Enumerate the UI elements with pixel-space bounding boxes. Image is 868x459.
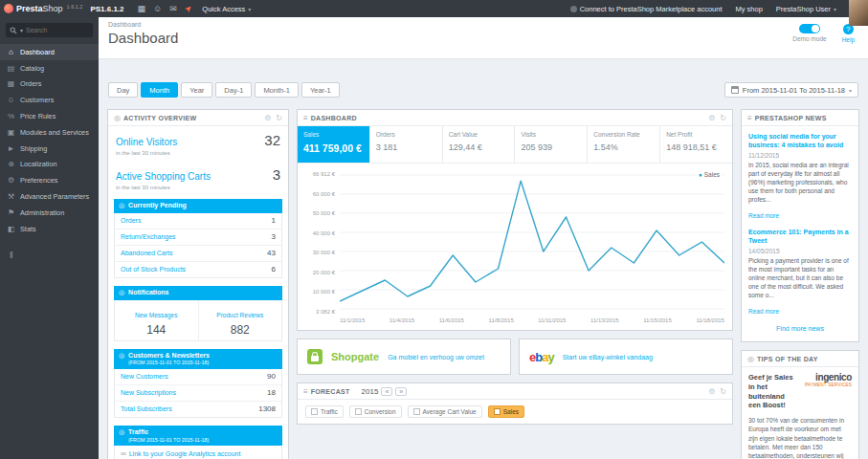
my-shop-link[interactable]: My shop: [736, 5, 763, 13]
active-carts-link[interactable]: Active Shopping Carts: [116, 171, 211, 182]
target-icon: ◎: [119, 428, 124, 436]
checkbox-icon: [413, 408, 420, 415]
filter-year-button[interactable]: Year: [181, 82, 212, 98]
caret-down-icon: ▾: [834, 6, 836, 12]
kpi-sales[interactable]: Sales411 759,00 €: [298, 126, 370, 163]
out-of-stock-value: 6: [272, 265, 276, 273]
search-input[interactable]: [26, 27, 81, 33]
read-more-link[interactable]: Read more: [748, 308, 779, 315]
activity-overview-title: ACTIVITY OVERVIEW: [123, 115, 196, 121]
new-subscriptions-link[interactable]: New Subscriptions: [121, 389, 176, 396]
sidebar-item-label: Localization: [20, 160, 57, 168]
gear-icon[interactable]: ⚙: [264, 114, 271, 122]
main-content: Dashboard Dashboard Demo mode ? Help Day…: [99, 17, 868, 459]
filter-month-button[interactable]: Month: [141, 82, 178, 98]
user-menu[interactable]: PrestaShop User ▾: [776, 5, 836, 13]
rocket-icon[interactable]: ➤: [182, 3, 193, 14]
x-tick-label: 11/18/2015: [696, 317, 724, 323]
new-messages-link[interactable]: New Messages: [135, 312, 177, 318]
sidebar-item-orders[interactable]: ▦Orders: [0, 76, 99, 93]
pending-returns-link[interactable]: Return/Exchanges: [121, 233, 176, 240]
kpi-conversion-rate[interactable]: Conversion Rate1.54%: [588, 126, 660, 163]
sidebar-item-localization[interactable]: ⊕Localization: [0, 157, 99, 173]
filter-day-button[interactable]: Day: [108, 82, 138, 98]
forecast-legend: Traffic Conversion Average Cart Value Sa…: [298, 400, 732, 424]
administration-icon: ⚑: [7, 208, 15, 217]
kpi-net-profit[interactable]: Net Profit148 918,51 €: [660, 126, 732, 163]
page-title: Dashboard: [108, 30, 858, 46]
news-item-title-link[interactable]: Ecommerce 101: Payments in a Tweet: [748, 228, 852, 245]
google-analytics-link[interactable]: Link to your Google Analytics account: [129, 450, 241, 457]
kpi-cart-value[interactable]: Cart Value129,44 €: [443, 126, 516, 163]
sidebar-item-catalog[interactable]: ▤Catalog: [0, 60, 99, 76]
abandoned-carts-link[interactable]: Abandoned Carts: [121, 250, 172, 256]
forecast-prev-button[interactable]: «: [381, 387, 392, 396]
sales-chart-xlabels: 11/1/201511/4/201511/6/201511/8/201511/1…: [340, 317, 724, 323]
marketplace-label: Connect to PrestaShop Marketplace accoun…: [580, 5, 723, 13]
orders-notification-icon[interactable]: ▦: [138, 4, 146, 13]
sidebar-search[interactable]: ▾: [6, 23, 93, 37]
quick-access-menu[interactable]: Quick Access ▾: [202, 5, 251, 13]
sidebar-item-shipping[interactable]: ►Shipping: [0, 141, 99, 157]
prestashop-logo[interactable]: PrestaShop 1.6.1.2: [4, 4, 82, 13]
sidebar-item-administration[interactable]: ⚑Administration: [0, 205, 99, 221]
sidebar-item-price-rules[interactable]: %Price Rules: [0, 108, 99, 124]
x-tick-label: 11/11/2015: [538, 317, 566, 323]
forecast-legend-conversion[interactable]: Conversion: [349, 405, 402, 418]
tips-headline: Geef je Sales in het buitenland een Boos…: [748, 373, 797, 410]
forecast-legend-traffic[interactable]: Traffic: [305, 405, 344, 418]
forecast-panel-icon: ≡: [303, 387, 308, 396]
sales-legend-label: Sales: [704, 171, 720, 178]
shop-name-menu[interactable]: PS1.6.1.2: [90, 5, 123, 13]
sidebar-item-modules-and-services[interactable]: ▣Modules and Services: [0, 124, 99, 141]
demo-mode-toggle[interactable]: [799, 24, 820, 33]
kpi-orders[interactable]: Orders3 181: [370, 126, 443, 163]
customers-notification-icon[interactable]: ☺: [153, 4, 162, 13]
date-range-picker[interactable]: From 2015-11-01 To 2015-11-18 ▾: [724, 82, 858, 98]
shopgate-promo[interactable]: Shopgate Ga mobiel en verhoog uw omzet: [297, 339, 511, 375]
find-more-news-link[interactable]: Find more news: [748, 323, 852, 339]
sidebar-item-dashboard[interactable]: ⌂Dashboard: [0, 44, 99, 60]
filter-year-1-button[interactable]: Year-1: [301, 82, 340, 98]
sales-chart-plot: ● Sales: [340, 171, 724, 315]
traffic-row: ∞Link to your Google Analytics account: [115, 446, 281, 459]
kpi-visits[interactable]: Visits205 939: [515, 126, 588, 163]
sidebar-item-customers[interactable]: ☺Customers: [0, 92, 99, 108]
shopgate-link[interactable]: Ga mobiel en verhoog uw omzet: [388, 354, 484, 361]
y-tick-label: 3 082 €: [305, 309, 335, 315]
forecast-legend-average-cart-value[interactable]: Average Cart Value: [408, 405, 482, 418]
read-more-link[interactable]: Read more: [748, 212, 779, 219]
filter-month-1-button[interactable]: Month-1: [255, 82, 299, 98]
sidebar-item-preferences[interactable]: ⚙Preferences: [0, 172, 99, 188]
pending-row: Out of Stock Products6: [115, 262, 281, 277]
filter-day-1-button[interactable]: Day-1: [215, 82, 252, 98]
ebay-promo[interactable]: ebay Start uw eBay-winkel vandaag: [519, 339, 733, 375]
forecast-next-button[interactable]: »: [395, 387, 407, 396]
user-avatar[interactable]: [849, 0, 868, 26]
caret-down-icon: ▾: [849, 87, 852, 94]
checkbox-icon: [311, 408, 318, 415]
marketplace-link[interactable]: Connect to PrestaShop Marketplace accoun…: [570, 5, 723, 13]
messages-notification-icon[interactable]: ✉: [169, 4, 177, 13]
new-customers-link[interactable]: New Customers: [121, 373, 168, 380]
search-scope-caret-icon[interactable]: ▾: [20, 27, 23, 33]
breadcrumb[interactable]: Dashboard: [108, 21, 858, 28]
refresh-icon[interactable]: ↻: [276, 114, 282, 122]
news-item-title-link[interactable]: Using social media for your business: 4 …: [748, 132, 852, 149]
refresh-icon[interactable]: ↻: [720, 114, 726, 122]
ebay-link[interactable]: Start uw eBay-winkel vandaag: [563, 354, 653, 361]
content: Day Month Year Day-1 Month-1 Year-1 From…: [99, 59, 868, 459]
refresh-icon[interactable]: ↻: [720, 387, 726, 396]
online-visitors-link[interactable]: Online Visitors: [116, 137, 177, 147]
out-of-stock-link[interactable]: Out of Stock Products: [121, 266, 186, 273]
gear-icon[interactable]: ⚙: [708, 387, 715, 396]
dashboard-icon: ⌂: [7, 48, 15, 56]
sidebar-collapse-button[interactable]: ‖: [10, 251, 99, 260]
forecast-legend-sales[interactable]: Sales: [488, 405, 524, 418]
total-subscribers-link[interactable]: Total Subscribers: [121, 405, 172, 412]
sidebar-item-stats[interactable]: ◧Stats: [0, 221, 99, 237]
pending-orders-link[interactable]: Orders: [121, 217, 141, 224]
product-reviews-link[interactable]: Product Reviews: [216, 312, 263, 318]
gear-icon[interactable]: ⚙: [708, 114, 715, 122]
sidebar-item-advanced-parameters[interactable]: ⚒Advanced Parameters: [0, 188, 99, 205]
